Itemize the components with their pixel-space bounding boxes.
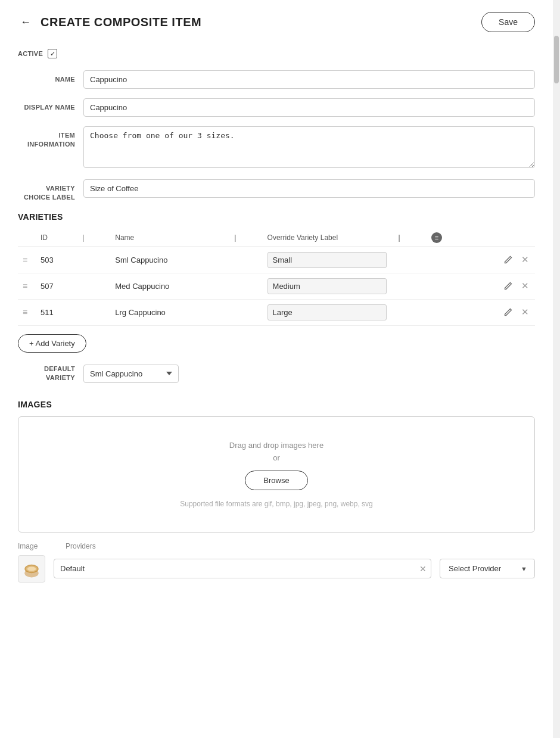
browse-button[interactable]: Browse xyxy=(245,471,307,490)
provider-col-header: Providers xyxy=(66,542,535,550)
image-table-header: Image Providers xyxy=(18,542,535,550)
default-variety-row: DEFAULT VARIETY Sml Cappucino Med Cappuc… xyxy=(18,365,535,383)
variety-name: Med Cappucino xyxy=(115,282,169,291)
table-row: ≡ 503 Sml Cappucino xyxy=(18,247,535,273)
th-name: Name xyxy=(110,229,229,247)
save-button[interactable]: Save xyxy=(481,12,535,32)
variety-choice-input[interactable] xyxy=(83,179,535,198)
provider-clear-button[interactable]: ✕ xyxy=(419,565,427,573)
th-override: Override Variety Label xyxy=(263,229,394,247)
variety-name: Sml Cappucino xyxy=(115,256,167,264)
table-row: ≡ 507 Med Cappucino xyxy=(18,273,535,299)
images-section-title: IMAGES xyxy=(18,400,535,409)
th-id: ID xyxy=(36,229,77,247)
active-row: ACTIVE ✓ xyxy=(18,49,535,58)
name-row: NAME xyxy=(18,70,535,89)
back-button[interactable]: ← xyxy=(18,14,33,31)
variety-id: 503 xyxy=(41,256,54,264)
filter-icon[interactable]: ≡ xyxy=(431,232,442,243)
display-name-input[interactable] xyxy=(83,98,535,117)
edit-button[interactable] xyxy=(502,254,514,266)
default-variety-select[interactable]: Sml Cappucino Med Cappucino Lrg Cappucin… xyxy=(83,365,179,383)
image-col-header: Image xyxy=(18,542,54,550)
item-info-textarea[interactable]: Choose from one of our 3 sizes. xyxy=(83,126,535,168)
varieties-table: ID | Name | Override Variety Label | ≡ xyxy=(18,229,535,326)
provider-input[interactable] xyxy=(54,559,431,578)
variety-choice-label: VARIETY CHOICE LABEL xyxy=(18,179,83,203)
variety-id: 511 xyxy=(41,308,54,317)
default-variety-label: DEFAULT VARIETY xyxy=(18,365,83,383)
display-name-row: DISPLAY NAME xyxy=(18,98,535,117)
page-title: CREATE COMPOSITE ITEM xyxy=(41,15,201,29)
override-input[interactable] xyxy=(267,278,387,294)
table-row: ≡ 511 Lrg Cappucino xyxy=(18,299,535,325)
override-input[interactable] xyxy=(267,304,387,320)
edit-button[interactable] xyxy=(502,280,514,292)
delete-button[interactable]: ✕ xyxy=(520,306,530,319)
scrollbar-track[interactable] xyxy=(553,0,560,738)
drop-zone-or: or xyxy=(30,453,522,462)
edit-button[interactable] xyxy=(502,306,514,318)
image-thumbnail xyxy=(18,555,45,583)
item-info-label: ITEM INFORMATION xyxy=(18,126,83,150)
page-header: ← CREATE COMPOSITE ITEM Save xyxy=(18,12,535,32)
variety-id: 507 xyxy=(41,282,54,291)
drag-handle[interactable]: ≡ xyxy=(23,281,27,291)
item-info-row: ITEM INFORMATION Choose from one of our … xyxy=(18,126,535,170)
drop-zone[interactable]: Drag and drop images here or Browse Supp… xyxy=(18,416,535,533)
drag-handle[interactable]: ≡ xyxy=(23,255,27,264)
supported-formats-text: Supported file formats are gif, bmp, jpg… xyxy=(30,500,522,508)
varieties-section-title: VARIETIES xyxy=(18,212,535,222)
name-input[interactable] xyxy=(83,70,535,89)
drop-zone-text: Drag and drop images here xyxy=(30,441,522,450)
svg-point-3 xyxy=(27,566,36,571)
active-label: ACTIVE xyxy=(18,50,43,57)
images-section: IMAGES Drag and drop images here or Brow… xyxy=(18,400,535,583)
image-row: ✕ Select Provider ▼ xyxy=(18,555,535,583)
scrollbar-thumb[interactable] xyxy=(554,36,559,83)
variety-name: Lrg Cappucino xyxy=(115,308,166,317)
override-input[interactable] xyxy=(267,252,387,268)
name-label: NAME xyxy=(18,70,83,84)
active-checkbox[interactable]: ✓ xyxy=(48,49,57,58)
select-provider-button[interactable]: Select Provider ▼ xyxy=(440,559,535,578)
display-name-label: DISPLAY NAME xyxy=(18,98,83,112)
chevron-down-icon: ▼ xyxy=(521,565,527,572)
delete-button[interactable]: ✕ xyxy=(520,253,530,266)
drag-handle[interactable]: ≡ xyxy=(23,307,27,317)
variety-choice-row: VARIETY CHOICE LABEL xyxy=(18,179,535,203)
add-variety-button[interactable]: + Add Variety xyxy=(18,334,86,353)
delete-button[interactable]: ✕ xyxy=(520,279,530,292)
